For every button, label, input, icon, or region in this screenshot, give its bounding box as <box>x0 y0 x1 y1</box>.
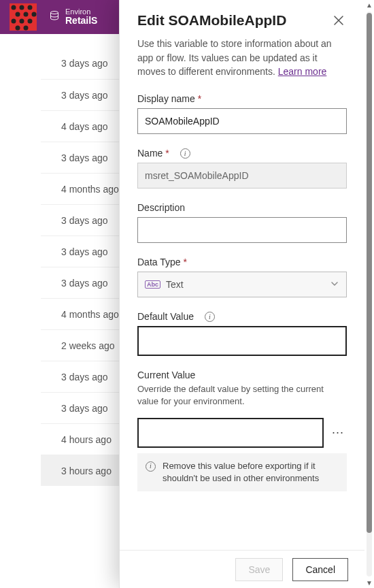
svg-point-4 <box>16 12 20 17</box>
svg-point-1 <box>12 5 16 10</box>
edit-variable-panel: Edit SOAMobileAppID Use this variable to… <box>119 0 374 588</box>
cancel-button[interactable]: Cancel <box>292 558 348 581</box>
svg-point-9 <box>28 19 33 24</box>
svg-point-5 <box>24 12 29 17</box>
chevron-down-icon <box>330 279 339 291</box>
display-name-label: Display name * <box>137 93 347 104</box>
env-name: RetailS <box>65 16 97 26</box>
panel-title: Edit SOAMobileAppID <box>137 12 286 29</box>
display-name-input[interactable] <box>137 108 347 134</box>
env-label: Environ <box>65 7 97 16</box>
scroll-down-arrow-icon: ▼ <box>366 579 373 587</box>
database-icon <box>49 10 60 24</box>
panel-footer: Save Cancel <box>120 550 364 588</box>
save-button[interactable]: Save <box>235 558 283 581</box>
svg-point-8 <box>20 19 24 24</box>
svg-point-10 <box>16 26 20 31</box>
panel-scrollbar[interactable]: ▲ ▼ <box>364 0 374 588</box>
description-input[interactable] <box>137 217 347 243</box>
learn-more-link[interactable]: Learn more <box>278 66 327 77</box>
export-warning: i Remove this value before exporting if … <box>137 453 347 491</box>
svg-point-2 <box>20 5 24 10</box>
svg-point-11 <box>24 26 29 31</box>
more-options-button[interactable]: ··· <box>329 423 347 442</box>
close-icon <box>333 15 344 26</box>
svg-point-3 <box>28 5 33 10</box>
svg-point-7 <box>12 19 16 24</box>
ellipsis-icon: ··· <box>332 425 344 439</box>
svg-point-12 <box>51 11 58 14</box>
current-value-input[interactable] <box>137 418 324 448</box>
info-icon[interactable]: i <box>180 148 190 159</box>
current-value-hint: Override the default value by setting th… <box>137 383 347 408</box>
close-button[interactable] <box>330 12 347 30</box>
name-input <box>137 163 347 189</box>
panel-description: Use this variable to store information a… <box>137 37 347 78</box>
scroll-up-arrow-icon: ▲ <box>366 1 373 9</box>
text-type-icon: Abc <box>145 280 160 289</box>
default-value-input[interactable] <box>137 326 347 356</box>
svg-point-6 <box>32 12 37 17</box>
name-label: Name * i <box>137 148 347 159</box>
data-type-label: Data Type * <box>137 257 347 267</box>
default-value-label: Default Value i <box>137 311 347 322</box>
data-type-select[interactable]: Abc Text <box>137 272 347 297</box>
info-icon[interactable]: i <box>205 312 215 322</box>
app-tile-icon <box>5 0 41 34</box>
description-label: Description <box>137 202 347 213</box>
current-value-label: Current Value <box>137 370 347 380</box>
environment-picker[interactable]: Environ RetailS <box>49 7 97 26</box>
info-icon: i <box>146 461 156 472</box>
